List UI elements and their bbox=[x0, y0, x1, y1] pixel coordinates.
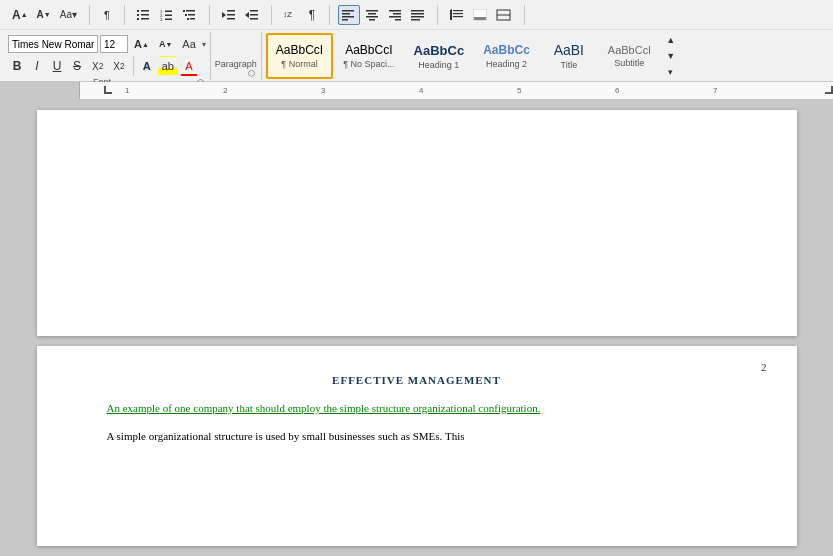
increase-indent-btn[interactable] bbox=[241, 5, 263, 25]
svg-rect-30 bbox=[342, 19, 348, 21]
svg-rect-42 bbox=[411, 19, 420, 21]
align-justify-btn[interactable] bbox=[407, 5, 429, 25]
svg-rect-11 bbox=[165, 18, 172, 20]
body-text: A simple organizational structure is use… bbox=[107, 428, 727, 446]
green-text: An example of one company that should em… bbox=[107, 400, 727, 418]
font-grow-btn[interactable]: A▲ bbox=[8, 5, 32, 25]
clear-format-btn[interactable]: ¶ bbox=[98, 5, 116, 25]
font-size-down-btn[interactable]: A▼ bbox=[155, 34, 176, 54]
svg-rect-38 bbox=[395, 19, 401, 21]
svg-rect-3 bbox=[141, 14, 149, 16]
svg-rect-44 bbox=[453, 13, 463, 14]
align-right-btn[interactable] bbox=[384, 5, 406, 25]
svg-rect-9 bbox=[165, 14, 172, 16]
style-h1[interactable]: AaBbCc Heading 1 bbox=[405, 33, 474, 79]
underline-btn[interactable]: U bbox=[48, 56, 66, 76]
ruler: 1 2 3 4 5 6 7 bbox=[0, 82, 833, 100]
paragraph-expand-btn[interactable]: ⬡ bbox=[247, 69, 257, 78]
style-h2-label: Heading 2 bbox=[486, 59, 527, 69]
svg-rect-16 bbox=[187, 18, 189, 20]
style-title-preview: AaBI bbox=[554, 42, 584, 58]
superscript-btn[interactable]: X2 bbox=[109, 56, 128, 76]
clear-formatting-btn[interactable]: Aa bbox=[178, 34, 199, 54]
separator-1 bbox=[89, 5, 90, 25]
italic-btn[interactable]: I bbox=[28, 56, 46, 76]
sep-font bbox=[133, 56, 134, 76]
bold-btn[interactable]: B bbox=[8, 56, 26, 76]
svg-rect-32 bbox=[368, 13, 376, 15]
style-h2-preview: AaBbCc bbox=[483, 43, 530, 57]
sort-btn[interactable]: ↕Z bbox=[280, 5, 302, 25]
separator-3 bbox=[209, 5, 210, 25]
svg-rect-14 bbox=[185, 14, 187, 16]
style-title-label: Title bbox=[560, 60, 577, 70]
styles-section: AaBbCcI ¶ Normal AaBbCcI ¶ No Spaci... A… bbox=[262, 32, 829, 80]
highlight-btn[interactable]: ab bbox=[158, 56, 178, 76]
svg-rect-37 bbox=[389, 16, 401, 18]
subscript-btn[interactable]: X2 bbox=[88, 56, 107, 76]
separator-4 bbox=[271, 5, 272, 25]
style-nospace[interactable]: AaBbCcI ¶ No Spaci... bbox=[334, 33, 403, 79]
svg-rect-12 bbox=[183, 10, 185, 12]
svg-marker-46 bbox=[450, 9, 452, 20]
svg-rect-21 bbox=[227, 18, 235, 20]
svg-marker-22 bbox=[245, 12, 249, 18]
svg-rect-39 bbox=[411, 10, 424, 12]
numbering-btn[interactable]: 1.2.3. bbox=[156, 5, 178, 25]
style-normal[interactable]: AaBbCcI ¶ Normal bbox=[266, 33, 333, 79]
bullets-btn[interactable] bbox=[133, 5, 155, 25]
svg-rect-24 bbox=[250, 14, 258, 16]
style-h2[interactable]: AaBbCc Heading 2 bbox=[474, 33, 539, 79]
style-subtitle[interactable]: AaBbCcl Subtitle bbox=[599, 33, 660, 79]
page-number: 2 bbox=[761, 361, 767, 373]
separator-6 bbox=[437, 5, 438, 25]
show-para-btn[interactable]: ¶ bbox=[303, 5, 321, 25]
font-aa-btn[interactable]: Aa▾ bbox=[56, 5, 81, 25]
style-normal-label: ¶ Normal bbox=[281, 59, 317, 69]
svg-rect-35 bbox=[389, 10, 401, 12]
strikethrough-btn[interactable]: S bbox=[68, 56, 86, 76]
style-title[interactable]: AaBI Title bbox=[540, 33, 598, 79]
align-left-btn[interactable] bbox=[338, 5, 360, 25]
style-h1-preview: AaBbCc bbox=[414, 43, 465, 58]
text-effects-btn[interactable]: A bbox=[138, 56, 156, 76]
shading-btn[interactable] bbox=[469, 5, 491, 25]
svg-rect-1 bbox=[141, 10, 149, 12]
styles-more-btn[interactable]: ▾ bbox=[662, 65, 680, 79]
svg-rect-19 bbox=[227, 10, 235, 12]
font-name-input[interactable] bbox=[8, 35, 98, 53]
style-subtitle-label: Subtitle bbox=[614, 58, 644, 68]
font-size-input[interactable] bbox=[100, 35, 128, 53]
decrease-indent-btn[interactable] bbox=[218, 5, 240, 25]
style-nospace-label: ¶ No Spaci... bbox=[343, 59, 394, 69]
styles-scroll-up-btn[interactable]: ▲ bbox=[662, 33, 680, 47]
svg-rect-0 bbox=[137, 10, 139, 12]
font-size-up-btn[interactable]: A▲ bbox=[130, 34, 153, 54]
page-1 bbox=[37, 110, 797, 336]
line-spacing-btn[interactable] bbox=[446, 5, 468, 25]
svg-rect-33 bbox=[366, 16, 378, 18]
multilevel-btn[interactable] bbox=[179, 5, 201, 25]
font-color-btn[interactable]: A bbox=[180, 56, 198, 76]
style-normal-preview: AaBbCcI bbox=[276, 43, 323, 57]
svg-rect-15 bbox=[188, 14, 195, 16]
font-section: A▲ A▼ Aa ▾ B I U S X2 X2 A ab A Font ⬡ bbox=[4, 32, 211, 80]
border-btn[interactable] bbox=[492, 5, 516, 25]
svg-rect-36 bbox=[393, 13, 401, 15]
svg-rect-5 bbox=[141, 18, 149, 20]
svg-rect-43 bbox=[453, 10, 463, 11]
page-area: 2 EFFECTIVE MANAGEMENT An example of one… bbox=[0, 100, 833, 556]
separator-7 bbox=[524, 5, 525, 25]
svg-rect-40 bbox=[411, 13, 424, 15]
svg-rect-31 bbox=[366, 10, 378, 12]
svg-rect-27 bbox=[342, 10, 354, 12]
doc-header: EFFECTIVE MANAGEMENT bbox=[107, 374, 727, 386]
svg-rect-45 bbox=[453, 16, 463, 17]
styles-scroll-down-btn[interactable]: ▼ bbox=[662, 49, 680, 63]
svg-rect-34 bbox=[369, 19, 375, 21]
svg-rect-25 bbox=[250, 18, 258, 20]
align-center-btn[interactable] bbox=[361, 5, 383, 25]
svg-rect-2 bbox=[137, 14, 139, 16]
font-shrink-btn[interactable]: A▼ bbox=[33, 5, 55, 25]
paragraph-section-label: Paragraph bbox=[215, 23, 257, 69]
